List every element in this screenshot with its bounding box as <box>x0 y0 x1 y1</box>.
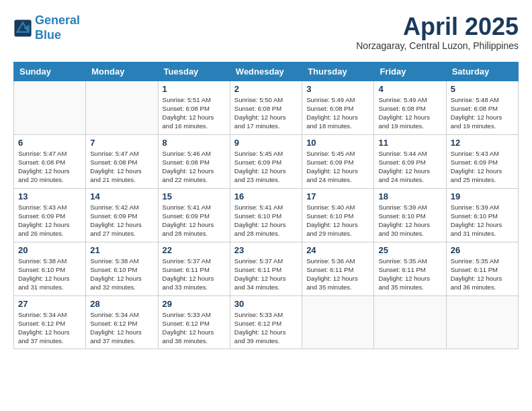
day-info: Sunrise: 5:48 AM Sunset: 6:08 PM Dayligh… <box>451 95 514 131</box>
day-number: 19 <box>451 191 514 201</box>
calendar-cell: 13Sunrise: 5:43 AM Sunset: 6:09 PM Dayli… <box>14 188 86 242</box>
day-number: 6 <box>18 138 81 148</box>
day-info: Sunrise: 5:42 AM Sunset: 6:09 PM Dayligh… <box>90 203 153 238</box>
day-info: Sunrise: 5:34 AM Sunset: 6:12 PM Dayligh… <box>90 310 153 346</box>
calendar-week-2: 6Sunrise: 5:47 AM Sunset: 6:08 PM Daylig… <box>14 134 519 188</box>
calendar-cell: 1Sunrise: 5:51 AM Sunset: 6:08 PM Daylig… <box>158 81 230 134</box>
logo-line1: General <box>35 13 80 27</box>
location-subtitle: Norzagaray, Central Luzon, Philippines <box>356 40 519 51</box>
day-number: 10 <box>306 138 369 148</box>
calendar-cell: 28Sunrise: 5:34 AM Sunset: 6:12 PM Dayli… <box>86 295 158 349</box>
day-number: 16 <box>234 191 298 201</box>
day-info: Sunrise: 5:50 AM Sunset: 6:08 PM Dayligh… <box>234 95 298 131</box>
page-header: General Blue April 2025 Norzagaray, Cent… <box>13 13 519 51</box>
day-number: 13 <box>18 191 81 201</box>
calendar-cell: 26Sunrise: 5:35 AM Sunset: 6:11 PM Dayli… <box>446 242 518 295</box>
day-number: 7 <box>90 138 153 148</box>
weekday-header-row: SundayMondayTuesdayWednesdayThursdayFrid… <box>14 62 519 81</box>
calendar-cell: 7Sunrise: 5:47 AM Sunset: 6:08 PM Daylig… <box>86 134 158 188</box>
day-info: Sunrise: 5:39 AM Sunset: 6:10 PM Dayligh… <box>378 203 441 238</box>
calendar-cell: 20Sunrise: 5:38 AM Sunset: 6:10 PM Dayli… <box>14 242 86 295</box>
day-info: Sunrise: 5:45 AM Sunset: 6:09 PM Dayligh… <box>306 149 369 185</box>
day-number: 3 <box>306 84 369 94</box>
day-info: Sunrise: 5:41 AM Sunset: 6:10 PM Dayligh… <box>234 203 298 238</box>
day-info: Sunrise: 5:49 AM Sunset: 6:08 PM Dayligh… <box>306 95 369 131</box>
day-info: Sunrise: 5:34 AM Sunset: 6:12 PM Dayligh… <box>18 310 81 346</box>
day-number: 12 <box>451 138 514 148</box>
day-number: 25 <box>378 245 441 255</box>
day-number: 2 <box>234 84 298 94</box>
day-info: Sunrise: 5:46 AM Sunset: 6:08 PM Dayligh… <box>163 149 226 185</box>
day-info: Sunrise: 5:49 AM Sunset: 6:08 PM Dayligh… <box>378 95 441 131</box>
day-info: Sunrise: 5:43 AM Sunset: 6:09 PM Dayligh… <box>451 149 514 185</box>
weekday-header-friday: Friday <box>374 62 446 81</box>
weekday-header-wednesday: Wednesday <box>230 62 302 81</box>
weekday-header-sunday: Sunday <box>14 62 86 81</box>
day-number: 15 <box>163 191 226 201</box>
calendar-cell: 30Sunrise: 5:33 AM Sunset: 6:12 PM Dayli… <box>230 295 302 349</box>
calendar-cell: 6Sunrise: 5:47 AM Sunset: 6:08 PM Daylig… <box>14 134 86 188</box>
calendar-cell <box>86 81 158 134</box>
calendar-week-4: 20Sunrise: 5:38 AM Sunset: 6:10 PM Dayli… <box>14 242 519 295</box>
day-number: 23 <box>234 245 298 255</box>
day-info: Sunrise: 5:51 AM Sunset: 6:08 PM Dayligh… <box>163 95 226 131</box>
calendar-table: SundayMondayTuesdayWednesdayThursdayFrid… <box>13 62 519 349</box>
calendar-cell: 12Sunrise: 5:43 AM Sunset: 6:09 PM Dayli… <box>446 134 518 188</box>
day-number: 22 <box>163 245 226 255</box>
day-info: Sunrise: 5:37 AM Sunset: 6:11 PM Dayligh… <box>234 257 298 292</box>
calendar-cell <box>14 81 86 134</box>
calendar-cell <box>446 295 518 349</box>
day-info: Sunrise: 5:47 AM Sunset: 6:08 PM Dayligh… <box>90 149 153 185</box>
day-info: Sunrise: 5:35 AM Sunset: 6:11 PM Dayligh… <box>451 257 514 292</box>
logo-line2: Blue <box>35 28 61 42</box>
weekday-header-saturday: Saturday <box>446 62 518 81</box>
day-number: 24 <box>306 245 369 255</box>
calendar-cell: 17Sunrise: 5:40 AM Sunset: 6:10 PM Dayli… <box>302 188 374 242</box>
calendar-cell: 3Sunrise: 5:49 AM Sunset: 6:08 PM Daylig… <box>302 81 374 134</box>
calendar-cell: 29Sunrise: 5:33 AM Sunset: 6:12 PM Dayli… <box>158 295 230 349</box>
calendar-cell: 8Sunrise: 5:46 AM Sunset: 6:08 PM Daylig… <box>158 134 230 188</box>
day-info: Sunrise: 5:45 AM Sunset: 6:09 PM Dayligh… <box>234 149 298 185</box>
weekday-header-thursday: Thursday <box>302 62 374 81</box>
calendar-cell: 23Sunrise: 5:37 AM Sunset: 6:11 PM Dayli… <box>230 242 302 295</box>
day-info: Sunrise: 5:44 AM Sunset: 6:09 PM Dayligh… <box>378 149 441 185</box>
day-info: Sunrise: 5:47 AM Sunset: 6:08 PM Dayligh… <box>18 149 81 185</box>
calendar-cell: 10Sunrise: 5:45 AM Sunset: 6:09 PM Dayli… <box>302 134 374 188</box>
day-number: 27 <box>18 299 81 309</box>
day-number: 4 <box>378 84 441 94</box>
logo: General Blue <box>13 13 80 42</box>
day-info: Sunrise: 5:38 AM Sunset: 6:10 PM Dayligh… <box>18 257 81 292</box>
day-number: 1 <box>163 84 226 94</box>
calendar-cell: 2Sunrise: 5:50 AM Sunset: 6:08 PM Daylig… <box>230 81 302 134</box>
calendar-cell: 19Sunrise: 5:39 AM Sunset: 6:10 PM Dayli… <box>446 188 518 242</box>
calendar-cell: 16Sunrise: 5:41 AM Sunset: 6:10 PM Dayli… <box>230 188 302 242</box>
calendar-week-1: 1Sunrise: 5:51 AM Sunset: 6:08 PM Daylig… <box>14 81 519 134</box>
calendar-cell: 24Sunrise: 5:36 AM Sunset: 6:11 PM Dayli… <box>302 242 374 295</box>
logo-icon <box>13 19 32 38</box>
calendar-cell: 15Sunrise: 5:41 AM Sunset: 6:09 PM Dayli… <box>158 188 230 242</box>
calendar-cell: 21Sunrise: 5:38 AM Sunset: 6:10 PM Dayli… <box>86 242 158 295</box>
day-number: 5 <box>451 84 514 94</box>
day-number: 26 <box>451 245 514 255</box>
day-info: Sunrise: 5:41 AM Sunset: 6:09 PM Dayligh… <box>163 203 226 238</box>
day-info: Sunrise: 5:43 AM Sunset: 6:09 PM Dayligh… <box>18 203 81 238</box>
calendar-cell: 5Sunrise: 5:48 AM Sunset: 6:08 PM Daylig… <box>446 81 518 134</box>
day-number: 18 <box>378 191 441 201</box>
weekday-header-monday: Monday <box>86 62 158 81</box>
day-info: Sunrise: 5:37 AM Sunset: 6:11 PM Dayligh… <box>163 257 226 292</box>
day-number: 8 <box>163 138 226 148</box>
calendar-cell <box>302 295 374 349</box>
calendar-cell: 22Sunrise: 5:37 AM Sunset: 6:11 PM Dayli… <box>158 242 230 295</box>
weekday-header-tuesday: Tuesday <box>158 62 230 81</box>
calendar-cell: 14Sunrise: 5:42 AM Sunset: 6:09 PM Dayli… <box>86 188 158 242</box>
day-number: 9 <box>234 138 298 148</box>
day-number: 29 <box>163 299 226 309</box>
day-number: 17 <box>306 191 369 201</box>
day-number: 11 <box>378 138 441 148</box>
day-info: Sunrise: 5:33 AM Sunset: 6:12 PM Dayligh… <box>163 310 226 346</box>
calendar-week-5: 27Sunrise: 5:34 AM Sunset: 6:12 PM Dayli… <box>14 295 519 349</box>
day-info: Sunrise: 5:33 AM Sunset: 6:12 PM Dayligh… <box>234 310 298 346</box>
title-block: April 2025 Norzagaray, Central Luzon, Ph… <box>356 13 519 51</box>
day-info: Sunrise: 5:40 AM Sunset: 6:10 PM Dayligh… <box>306 203 369 238</box>
day-number: 28 <box>90 299 153 309</box>
